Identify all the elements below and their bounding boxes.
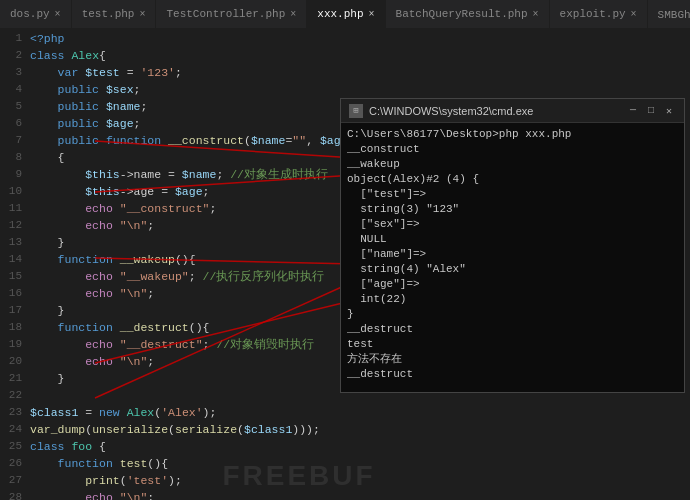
code-line: 12 echo "\n"; (0, 217, 360, 234)
close-icon[interactable]: × (631, 9, 637, 20)
code-line: 14 function __wakeup(){ (0, 251, 360, 268)
code-line: 9 $this->name = $name; //对象生成时执行 (0, 166, 360, 183)
code-line: 19 echo "__destruct"; //对象销毁时执行 (0, 336, 360, 353)
code-editor: 1 <?php 2 class Alex{ 3 var $test = '123… (0, 28, 360, 500)
code-line: 2 class Alex{ (0, 47, 360, 64)
code-line: 5 public $name; (0, 98, 360, 115)
tab-label: test.php (82, 8, 135, 20)
code-line: 6 public $age; (0, 115, 360, 132)
code-line: 16 echo "\n"; (0, 285, 360, 302)
cmd-output-line (347, 382, 678, 392)
code-line: 17 } (0, 302, 360, 319)
code-line: 23 $class1 = new Alex('Alex'); (0, 404, 360, 421)
tab-testcontroller-php[interactable]: TestController.php × (156, 0, 307, 28)
code-line: 21 } (0, 370, 360, 387)
cmd-output-line: test (347, 337, 678, 352)
main-content: 1 <?php 2 class Alex{ 3 var $test = '123… (0, 28, 690, 500)
cmd-output-line: ["sex"]=> (347, 217, 678, 232)
code-line: 18 function __destruct(){ (0, 319, 360, 336)
code-lines: 1 <?php 2 class Alex{ 3 var $test = '123… (0, 28, 360, 500)
cmd-output-line: ["age"]=> (347, 277, 678, 292)
code-line: 20 echo "\n"; (0, 353, 360, 370)
cmd-output-line: __destruct (347, 322, 678, 337)
tab-label: dos.py (10, 8, 50, 20)
cmd-output-line: } (347, 307, 678, 322)
code-line: 11 echo "__construct"; (0, 200, 360, 217)
tab-label: TestController.php (166, 8, 285, 20)
code-line: 8 { (0, 149, 360, 166)
cmd-body: C:\Users\86177\Desktop>php xxx.php __con… (341, 123, 684, 392)
cmd-output-line: __wakeup (347, 157, 678, 172)
cmd-title-label: C:\WINDOWS\system32\cmd.exe (369, 105, 620, 117)
cmd-controls: ─ □ ✕ (626, 104, 676, 118)
tab-smbghost-md[interactable]: SMBGhost命令执行漏洞.md × (648, 0, 690, 28)
close-icon[interactable]: × (55, 9, 61, 20)
tab-xxx-php[interactable]: xxx.php × (307, 0, 385, 28)
tab-label: BatchQueryResult.php (396, 8, 528, 20)
code-line: 25 class foo { (0, 438, 360, 455)
tab-label: exploit.py (560, 8, 626, 20)
code-line: 3 var $test = '123'; (0, 64, 360, 81)
cmd-icon: ⊞ (349, 104, 363, 118)
code-line: 4 public $sex; (0, 81, 360, 98)
code-line: 27 print('test'); (0, 472, 360, 489)
tab-bar: dos.py × test.php × TestController.php ×… (0, 0, 690, 28)
cmd-output-line: ["name"]=> (347, 247, 678, 262)
tab-batchqueryresult-php[interactable]: BatchQueryResult.php × (386, 0, 550, 28)
tab-label: xxx.php (317, 8, 363, 20)
cmd-output-line: __destruct (347, 367, 678, 382)
code-line: 26 function test(){ (0, 455, 360, 472)
close-icon[interactable]: × (139, 9, 145, 20)
cmd-output-line: string(4) "Alex" (347, 262, 678, 277)
tab-dos-py[interactable]: dos.py × (0, 0, 72, 28)
cmd-output-line: NULL (347, 232, 678, 247)
cmd-output-line: object(Alex)#2 (4) { (347, 172, 678, 187)
code-line: 13 } (0, 234, 360, 251)
maximize-button[interactable]: □ (644, 104, 658, 118)
cmd-output-line: 方法不存在 (347, 352, 678, 367)
code-line: 1 <?php (0, 30, 360, 47)
code-line: 7 public function __construct($name="", … (0, 132, 360, 149)
cmd-output-line: int(22) (347, 292, 678, 307)
code-line: 28 echo "\n"; (0, 489, 360, 500)
code-line: 22 (0, 387, 360, 404)
close-icon[interactable]: × (369, 9, 375, 20)
code-line: 15 echo "__wakeup"; //执行反序列化时执行 (0, 268, 360, 285)
cmd-output-line: C:\Users\86177\Desktop>php xxx.php (347, 127, 678, 142)
tab-exploit-py[interactable]: exploit.py × (550, 0, 648, 28)
code-line: 24 var_dump(unserialize(serialize($class… (0, 421, 360, 438)
cmd-output-line: string(3) "123" (347, 202, 678, 217)
cmd-output-line: __construct (347, 142, 678, 157)
cmd-titlebar: ⊞ C:\WINDOWS\system32\cmd.exe ─ □ ✕ (341, 99, 684, 123)
tab-test-php[interactable]: test.php × (72, 0, 157, 28)
tab-label: SMBGhost命令执行漏洞.md (658, 7, 690, 22)
cmd-output-line: ["test"]=> (347, 187, 678, 202)
close-icon[interactable]: × (533, 9, 539, 20)
close-icon[interactable]: × (290, 9, 296, 20)
minimize-button[interactable]: ─ (626, 104, 640, 118)
code-line: 10 $this->age = $age; (0, 183, 360, 200)
cmd-window: ⊞ C:\WINDOWS\system32\cmd.exe ─ □ ✕ C:\U… (340, 98, 685, 393)
close-button[interactable]: ✕ (662, 104, 676, 118)
